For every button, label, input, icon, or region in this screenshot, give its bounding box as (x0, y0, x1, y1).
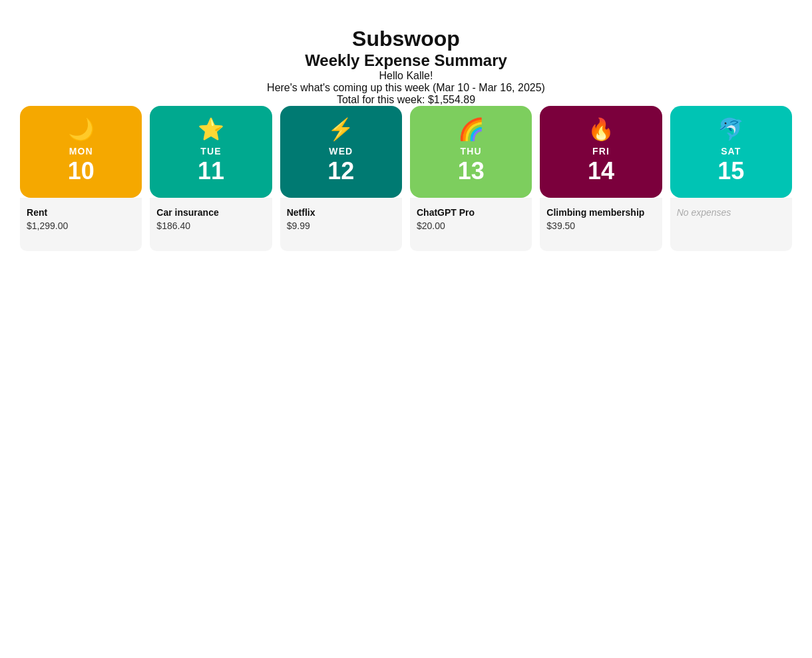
day-column-sat: 🐬SAT15No expenses (670, 106, 792, 251)
no-expense-sat: No expenses (677, 207, 785, 218)
day-number-tue: 11 (198, 158, 224, 184)
expense-name-thu: ChatGPT Pro (417, 207, 525, 218)
day-name-tue: TUE (200, 146, 221, 157)
expense-area-sat: No expenses (670, 198, 792, 251)
weekly-total: Total for this week: $1,554.89 (337, 94, 475, 106)
expense-name-tue: Car insurance (156, 207, 265, 218)
expense-area-tue: Car insurance$186.40 (150, 198, 272, 251)
expense-amount-thu: $20.00 (417, 220, 525, 231)
day-name-thu: THU (461, 146, 482, 157)
day-column-tue: ⭐TUE11Car insurance$186.40 (150, 106, 272, 251)
expense-amount-tue: $186.40 (156, 220, 265, 231)
day-emoji-mon: 🌙 (68, 117, 95, 142)
day-number-wed: 12 (327, 158, 354, 184)
day-emoji-thu: 🌈 (458, 117, 485, 142)
expense-area-fri: Climbing membership$39.50 (540, 198, 662, 251)
day-card-thu: 🌈THU13 (410, 106, 532, 198)
day-name-wed: WED (329, 146, 353, 157)
day-column-thu: 🌈THU13ChatGPT Pro$20.00 (410, 106, 532, 251)
greeting-text: Hello Kalle! (379, 70, 433, 82)
day-card-wed: ⚡WED12 (280, 106, 402, 198)
day-column-fri: 🔥FRI14Climbing membership$39.50 (540, 106, 662, 251)
day-name-mon: MON (69, 146, 93, 157)
day-emoji-sat: 🐬 (717, 117, 744, 142)
day-name-fri: FRI (592, 146, 610, 157)
date-range-text: Here's what's coming up this week (Mar 1… (267, 82, 545, 94)
expense-amount-fri: $39.50 (546, 220, 655, 231)
expense-area-thu: ChatGPT Pro$20.00 (410, 198, 532, 251)
days-grid: 🌙MON10Rent$1,299.00⭐TUE11Car insurance$1… (20, 106, 792, 251)
day-number-thu: 13 (458, 158, 485, 184)
day-number-fri: 14 (588, 158, 614, 184)
expense-amount-mon: $1,299.00 (27, 220, 135, 231)
app-title: Subswoop (352, 27, 460, 51)
day-card-tue: ⭐TUE11 (150, 106, 272, 198)
day-card-sat: 🐬SAT15 (670, 106, 792, 198)
expense-area-wed: Netflix$9.99 (280, 198, 402, 251)
day-column-mon: 🌙MON10Rent$1,299.00 (20, 106, 142, 251)
day-emoji-fri: 🔥 (588, 117, 614, 142)
page-title: Weekly Expense Summary (305, 51, 507, 70)
day-emoji-tue: ⭐ (198, 117, 224, 142)
expense-area-mon: Rent$1,299.00 (20, 198, 142, 251)
day-emoji-wed: ⚡ (327, 117, 354, 142)
day-name-sat: SAT (721, 146, 741, 157)
day-column-wed: ⚡WED12Netflix$9.99 (280, 106, 402, 251)
day-card-mon: 🌙MON10 (20, 106, 142, 198)
day-card-fri: 🔥FRI14 (540, 106, 662, 198)
expense-amount-wed: $9.99 (287, 220, 395, 231)
expense-name-wed: Netflix (287, 207, 395, 218)
day-number-mon: 10 (68, 158, 95, 184)
day-number-sat: 15 (717, 158, 744, 184)
expense-name-fri: Climbing membership (546, 207, 655, 218)
expense-name-mon: Rent (27, 207, 135, 218)
